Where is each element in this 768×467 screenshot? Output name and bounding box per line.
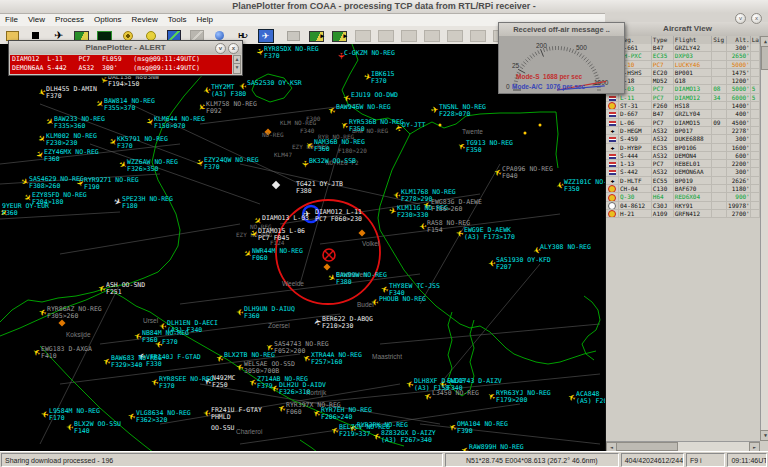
aircraft-label[interactable]: VLG8634 NO-REGF362>320 (136, 410, 191, 424)
column-header-la[interactable]: La (751, 36, 760, 44)
aircraft-icon[interactable]: ✈ (430, 105, 439, 114)
alert-window[interactable]: PlanePlotter - ALERT v x DIAMO12 L-11 PC… (8, 40, 243, 76)
message-rate-gauge-window[interactable]: Received off-air message .. 025200500100… (498, 22, 625, 94)
aircraft-label[interactable]: F370 (162, 339, 178, 346)
horizontal-scrollbar[interactable]: ◄ ► (606, 441, 760, 451)
aircraft-label[interactable]: BLX2W OO-SSUF140 (74, 421, 121, 435)
aircraft-label[interactable]: OMA104 NO-REGF390 (457, 421, 508, 435)
aircraft-icon[interactable]: ✈ (66, 423, 74, 432)
aircraft-label[interactable]: NAM36B NO-REGF360 (314, 139, 365, 153)
aircraft-label[interactable]: RYR7EH NO-REGF206>240 (321, 407, 372, 421)
alert-row[interactable]: DIAMO12 L-11 PC7 FL059 (msg@09:11:49UTC) (10, 55, 232, 64)
alert-scrollbar[interactable]: ▲ ▼ (233, 55, 241, 74)
alert-window-titlebar[interactable]: PlanePlotter - ALERT v x (9, 41, 242, 54)
aircraft-label[interactable]: DIAMO13 L-03 (262, 215, 309, 222)
aircraft-label[interactable]: BAW814 NO-REGF355>370 (104, 98, 155, 112)
aircraft-icon[interactable]: ✈ (371, 298, 379, 307)
aircraft-label[interactable]: KLM002 NO-REGF230>230 (46, 133, 97, 147)
table-row[interactable]: CH-04C130BAF6701180' (606, 185, 760, 193)
aircraft-label[interactable]: BK32W OO-SSB (309, 158, 356, 165)
column-header-flight[interactable]: Flight (674, 36, 712, 44)
menu-item-review[interactable]: Review (127, 14, 163, 26)
aircraft-label[interactable]: THY2MT(A3) F380 (211, 84, 246, 98)
menu-item-process[interactable]: Process (50, 14, 89, 26)
aircraft-label[interactable]: EZY46MX NO-REGF360 (44, 149, 99, 163)
menu-item-help[interactable]: Help (192, 14, 218, 26)
close-icon[interactable]: x (228, 43, 239, 54)
close-icon[interactable]: x (751, 13, 762, 24)
menu-item-tools[interactable]: Tools (163, 14, 192, 26)
aircraft-label[interactable]: RYR85DX NO-REGF370 (264, 46, 319, 60)
menu-item-file[interactable]: File (0, 14, 23, 26)
aircraft-icon[interactable]: ✈ (393, 191, 401, 200)
aircraft-label[interactable]: ACA848(A5) F200 (576, 391, 605, 405)
aircraft-label[interactable]: EZY24QW NO-REGF370 (204, 157, 259, 171)
map-overlay-2-button[interactable]: ▸ (329, 27, 350, 44)
aircraft-label[interactable]: DIAMO12 L-11PC7 F060>230 (315, 209, 362, 223)
table-row[interactable]: G-18MD52G181200' (606, 77, 760, 85)
table-row[interactable]: 1-13PC7REBEL012200' (606, 160, 760, 168)
table-row[interactable]: ST-31F260HS181400' (606, 102, 760, 110)
aircraft-label[interactable]: DLH2U D-AIDVF326>310 (279, 382, 326, 396)
table-row[interactable]: ✚D-HSHSEC20BP0011475' (606, 69, 760, 77)
table-row[interactable]: ✚D-HYBPEC35BP01061600' (606, 144, 760, 152)
aircraft-label[interactable]: SAS4629 NO-REGF308>260 (29, 176, 84, 190)
column-header-alt[interactable]: Alt. (727, 36, 751, 44)
aircraft-label[interactable]: RYR9271 NO-REGF190 (84, 177, 139, 191)
aircraft-label[interactable]: SAS1930 OY-KFDF207 (496, 257, 551, 271)
aircraft-label[interactable]: EWG9E D-AEWK(A3) F173>170 (464, 227, 515, 241)
aircraft-label[interactable]: EWG83G D-AEWEF156>260 (431, 199, 482, 213)
aircraft-label[interactable]: KLM758 NO-REGF092 (206, 101, 257, 115)
aircraft-icon[interactable]: ✈ (488, 259, 496, 268)
map-overlay-1-button[interactable]: ▸ (306, 27, 327, 44)
aircraft-label[interactable]: RYR63YJ NO-REGF179>200 (496, 390, 551, 404)
aircraft-label[interactable]: TNSNL NO-REGF228>070 (439, 104, 486, 118)
aircraft-icon[interactable]: ✈ (203, 409, 211, 418)
scrollbar-thumb[interactable] (616, 442, 678, 451)
column-header-sig[interactable]: Sig (712, 36, 727, 44)
aircraft-label[interactable]: 9YEUR OY-EURF360 (2, 203, 49, 217)
aircraft-label[interactable]: KLM644 NO-REGF150>070 (154, 116, 205, 130)
table-row[interactable]: PH-PXCEC35DXP032650' (606, 52, 760, 60)
table-row[interactable]: L-11PC7DIAMO12346000'5 (606, 94, 760, 102)
aircraft-label[interactable]: C-GKZM NO-REG (344, 50, 395, 57)
aircraft-label[interactable]: RAW899H NO-REG (469, 444, 524, 451)
aircraft-label[interactable]: BER622 D-ABQGF210>230 (322, 316, 373, 330)
aircraft-label[interactable]: CPA096 NO-REGF040 (502, 166, 553, 180)
aircraft-label[interactable]: DLH455 D-AMINF370 (46, 86, 97, 100)
menu-item-options[interactable]: Options (89, 14, 127, 26)
minimize-icon[interactable]: v (215, 43, 226, 54)
aircraft-label[interactable]: N492MCF250 (212, 375, 235, 389)
aircraft-label[interactable]: VFR140J F-GTADF330 (146, 354, 201, 368)
aircraft-label[interactable]: EWG183 D-AXGAF410 (41, 346, 92, 360)
minimize-icon[interactable]: v (735, 13, 746, 24)
aircraft-label[interactable]: KK5791 NO-REGF370 (117, 136, 168, 150)
aircraft-label[interactable]: L3450 NO-REG (432, 390, 479, 397)
aircraft-label[interactable]: WZZ101C NO-REGF350 (564, 179, 605, 193)
aircraft-label[interactable]: TG913 NO-REGF350 (466, 140, 513, 154)
aircraft-label[interactable]: EJU19 OO-DWD (351, 92, 398, 99)
aircraft-label[interactable]: ALY308 NO-REG (540, 244, 591, 251)
vertical-scrollbar[interactable]: ▲ ▼ (760, 36, 768, 441)
aircraft-label[interactable]: OO-S5U (211, 425, 234, 432)
aircraft-label[interactable]: RYR86AZ NO-REGF305>260 (47, 306, 102, 320)
aircraft-view-window[interactable]: Aircraft View FlgReg.TypeFlightSigAlt.La… (605, 22, 768, 451)
aircraft-label[interactable]: ASH OO-SNDF251 (106, 282, 145, 296)
aircraft-label[interactable]: WELSAE OO-SSD3050>700B (244, 361, 295, 375)
aircraft-label[interactable]: TG421 OY-JTBF380 (296, 181, 343, 195)
aircraft-label[interactable]: DLH9UN D-AIUQF360 (244, 306, 295, 320)
aircraft-label[interactable]: BAW946W NO-REG (336, 104, 391, 111)
table-row[interactable]: S-444AS32DEMON4600' (606, 152, 760, 160)
scrollbar-thumb[interactable] (761, 46, 768, 70)
aircraft-label[interactable]: RYR3RK NO-REG (357, 422, 408, 429)
aircraft-label[interactable]: WZZ6AW NO-REGF326>350 (127, 159, 178, 173)
aircraft-label[interactable]: RYR536B NO-REGF350 (349, 119, 404, 133)
table-row[interactable]: ✚D-HLTFEC55BP0192626' (606, 177, 760, 185)
table-row[interactable]: 04-8612C30JRKY9119978' (606, 202, 760, 210)
aircraft-icon[interactable]: ✈ (40, 409, 49, 418)
aircraft-label[interactable]: SPE23H NO-REGF180 (122, 196, 173, 210)
table-row[interactable]: L-10PC7LUCKY465000' (606, 61, 760, 69)
aircraft-label[interactable]: PHOUB NO-REG (379, 296, 426, 303)
aircraft-label[interactable]: IBK615F370 (371, 71, 394, 85)
aircraft-label[interactable]: RYR8SEE NO-REGF370 (159, 376, 214, 390)
